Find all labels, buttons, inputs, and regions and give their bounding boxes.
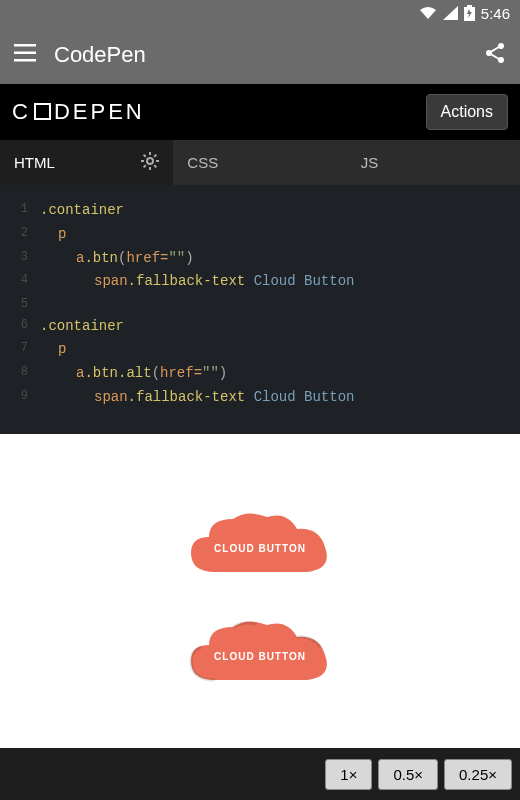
app-bar: CodePen xyxy=(0,26,520,84)
svg-line-9 xyxy=(491,54,500,59)
tab-css[interactable]: CSS xyxy=(173,140,346,185)
cloud-icon xyxy=(185,615,335,685)
wifi-icon xyxy=(419,6,437,20)
share-icon[interactable] xyxy=(484,42,506,68)
zoom-025x-button[interactable]: 0.25× xyxy=(444,759,512,790)
logo-bar: C DEPEN Actions xyxy=(0,84,520,140)
svg-line-16 xyxy=(155,165,157,167)
editor-tabs: HTML CSS JS xyxy=(0,140,520,185)
svg-line-15 xyxy=(144,155,146,157)
code-editor[interactable]: 1.container 2p 3a.btn(href="") 4span.fal… xyxy=(0,185,520,434)
cloud-button-label: CLOUD BUTTON xyxy=(214,651,306,662)
app-title: CodePen xyxy=(54,42,466,68)
signal-icon xyxy=(443,6,458,20)
svg-rect-3 xyxy=(14,52,36,55)
cloud-button-label: CLOUD BUTTON xyxy=(214,543,306,554)
zoom-05x-button[interactable]: 0.5× xyxy=(378,759,438,790)
zoom-1x-button[interactable]: 1× xyxy=(325,759,372,790)
status-bar: 5:46 xyxy=(0,0,520,26)
tab-js[interactable]: JS xyxy=(347,140,520,185)
svg-point-10 xyxy=(147,158,153,164)
svg-rect-4 xyxy=(14,59,36,62)
svg-rect-1 xyxy=(467,5,472,7)
status-time: 5:46 xyxy=(481,5,510,22)
svg-line-8 xyxy=(491,47,500,52)
preview-pane: CLOUD BUTTON CLOUD BUTTON xyxy=(0,434,520,748)
svg-line-17 xyxy=(144,165,146,167)
cloud-button-1[interactable]: CLOUD BUTTON xyxy=(185,507,335,577)
zoom-bar: 1× 0.5× 0.25× xyxy=(0,748,520,800)
cloud-icon xyxy=(185,507,335,577)
logo-box-icon xyxy=(34,103,51,120)
battery-icon xyxy=(464,5,475,21)
gear-icon[interactable] xyxy=(141,152,159,173)
tab-html[interactable]: HTML xyxy=(0,140,173,185)
codepen-logo: C DEPEN xyxy=(12,99,145,125)
svg-line-18 xyxy=(155,155,157,157)
cloud-button-2[interactable]: CLOUD BUTTON xyxy=(185,615,335,685)
svg-rect-2 xyxy=(14,44,36,47)
actions-button[interactable]: Actions xyxy=(426,94,508,130)
menu-icon[interactable] xyxy=(14,44,36,66)
